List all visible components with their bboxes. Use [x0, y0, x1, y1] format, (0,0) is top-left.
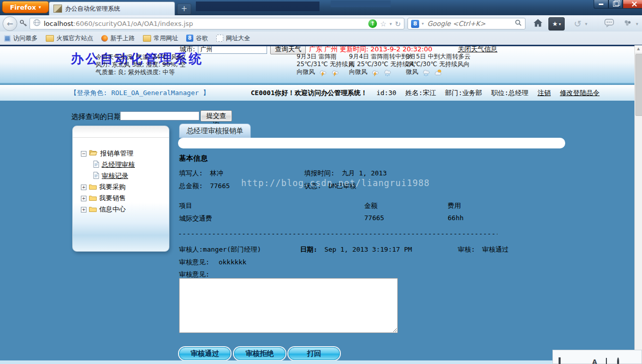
- sync-icon[interactable]: ↺: [574, 18, 581, 29]
- approve-button[interactable]: 审核通过: [179, 347, 230, 360]
- user-position: 职位:总经理: [491, 88, 529, 98]
- rain-icon: [421, 68, 430, 79]
- rectangle-tool-icon[interactable]: [556, 358, 563, 364]
- addon-icon[interactable]: [624, 19, 632, 29]
- redacted-block: [196, 2, 319, 11]
- chevron-down-icon[interactable]: ▾: [636, 21, 638, 26]
- search-box[interactable]: 8 ▾: [407, 18, 526, 29]
- sidebar-item-label[interactable]: 审核记录: [102, 171, 128, 180]
- search-input[interactable]: [426, 19, 512, 28]
- table-cell-fee: 66hh: [448, 214, 463, 222]
- sidebar-node-label[interactable]: 信息中心: [99, 205, 126, 214]
- bookmark-star-icon[interactable]: ☆: [380, 20, 387, 27]
- bookmark-url-collection[interactable]: 网址大全: [216, 34, 250, 43]
- bookmark-most-visited[interactable]: 访问最多: [4, 34, 38, 43]
- expand-icon[interactable]: +: [81, 185, 86, 190]
- chevron-down-icon[interactable]: ▾: [422, 20, 424, 27]
- bookmark-getting-started[interactable]: 新手上路: [101, 34, 135, 43]
- bookmark-common-sites[interactable]: 常用网址: [143, 34, 178, 43]
- chevron-down-icon[interactable]: ▾: [585, 21, 588, 26]
- forecast-temp: 雨 25℃/30℃ 无持续风: [349, 60, 415, 68]
- tab-active[interactable]: 办公自动化管理系统: [49, 2, 175, 15]
- writer-field: 填写人: 林冲: [179, 169, 223, 178]
- bookmarks-bar: 访问最多 火狐官方站点 新手上路 常用网址 8谷歌 网址大全: [0, 32, 642, 45]
- opinion-label: 审核意见:: [179, 258, 210, 266]
- welcome-text: CE0001你好！欢迎访问办公管理系统！: [251, 88, 367, 98]
- tab-favicon-icon: [53, 5, 62, 13]
- weather-current-line: 今日天气实况: 气温: 24℃; 风向/: [96, 53, 271, 61]
- filltime-field: 填报时间: 九月 1, 2013: [304, 169, 387, 178]
- sidebar-item-label[interactable]: 总经理审核: [102, 160, 135, 169]
- bookmark-label: 新手上路: [110, 34, 135, 43]
- sidebar-item-gm-audit[interactable]: 总经理审核: [93, 160, 135, 170]
- reload-icon[interactable]: ↻: [395, 20, 401, 27]
- line-tool-icon[interactable]: [579, 358, 587, 364]
- feedback-bubble-icon[interactable]: [604, 19, 614, 29]
- sidebar-node-sales[interactable]: + 我要销售: [81, 193, 126, 203]
- url-bar[interactable]: localhost:6060/scurityOA1/oA/OA1/indexs.…: [30, 18, 404, 29]
- home-icon[interactable]: [533, 18, 543, 29]
- scroll-up-icon[interactable]: ▲: [635, 45, 642, 53]
- change-password-link[interactable]: 修改登陆品令: [560, 88, 600, 98]
- auditor-value: manger(部门经理): [203, 246, 261, 253]
- tab-gm-audit-expense[interactable]: 总经理审核报销单: [179, 124, 251, 138]
- sidebar-node-label[interactable]: 我要采购: [99, 183, 126, 192]
- auditor-label: 审核人:: [179, 246, 203, 253]
- key-icon[interactable]: [19, 19, 27, 29]
- sidebar-node-label[interactable]: 我要销售: [99, 194, 126, 203]
- audit-value: 审核通过: [482, 246, 509, 253]
- text-tool-icon[interactable]: A: [591, 358, 598, 364]
- table-cell-amount: 77665: [364, 214, 384, 222]
- rain-icon: [383, 68, 392, 79]
- minimize-button[interactable]: [594, 0, 608, 9]
- sidebar-node-info-center[interactable]: + 信息中心: [81, 204, 126, 215]
- forecast-wind: 微风: [406, 68, 418, 76]
- page-scrollbar[interactable]: ▲: [634, 45, 642, 364]
- bookmark-label: 常用网址: [154, 34, 178, 43]
- submit-query-button[interactable]: 提交查询: [200, 110, 232, 122]
- circle-tool-icon[interactable]: [615, 358, 622, 364]
- sidebar-node-purchase[interactable]: + 我要采购: [81, 182, 126, 192]
- logout-link[interactable]: 注销: [538, 88, 551, 98]
- bookmark-firefox-official[interactable]: 火狐官方站点: [46, 34, 93, 43]
- sidebar-node-label[interactable]: 报销单管理: [100, 149, 133, 158]
- weather-current-line: 气质量: 良; 紫外线强度: 中等: [96, 69, 271, 76]
- pen-tool-icon[interactable]: [568, 358, 575, 364]
- bookmark-google[interactable]: 8谷歌: [186, 34, 208, 43]
- search-icon[interactable]: [515, 19, 522, 28]
- folder-icon: [46, 35, 54, 42]
- close-button[interactable]: [623, 0, 642, 9]
- sidebar-node-expense-mgmt[interactable]: − 报销单管理: [81, 148, 133, 159]
- collapse-icon[interactable]: −: [81, 151, 86, 157]
- firefox-icon: [101, 35, 108, 42]
- bookmark-label: 谷歌: [196, 34, 208, 43]
- sidebar-item-audit-records[interactable]: 审核记录: [93, 171, 128, 181]
- new-tab-button[interactable]: +: [177, 4, 191, 15]
- dashed-divider: ----------------------------------------…: [178, 230, 498, 238]
- reject-button[interactable]: 审核拒绝: [234, 347, 285, 360]
- date-query-input[interactable]: [120, 111, 199, 120]
- restore-icon: [613, 2, 619, 7]
- go-button[interactable]: ↑: [368, 19, 377, 28]
- expand-icon[interactable]: +: [81, 196, 86, 201]
- forecast-date: 9月5日 中到大雨转多云: [406, 53, 471, 60]
- return-button[interactable]: 打回: [288, 347, 340, 360]
- firefox-menu-button[interactable]: Firefox ▾: [2, 1, 49, 13]
- opinion-textarea[interactable]: [179, 278, 398, 333]
- thunderstorm-icon: [330, 68, 339, 79]
- bookmarks-menu-button[interactable]: ★ ▾: [548, 17, 565, 31]
- city-input[interactable]: [198, 46, 267, 54]
- document-icon: [93, 172, 99, 180]
- expand-icon[interactable]: +: [81, 207, 86, 213]
- scrollbar-thumb[interactable]: [635, 54, 642, 116]
- filltime-label: 填报时间:: [304, 169, 335, 177]
- back-button[interactable]: ←: [3, 16, 17, 31]
- restore-button[interactable]: [608, 0, 623, 9]
- chevron-down-icon: ▾: [559, 22, 561, 26]
- chevron-down-icon[interactable]: ▾: [390, 20, 392, 27]
- google-icon: 8: [411, 20, 419, 28]
- thunderstorm-icon: [370, 68, 380, 79]
- url-text[interactable]: localhost:6060/scurityOA1/oA/OA1/indexs.…: [44, 20, 365, 27]
- bookmark-label: 网址大全: [226, 34, 250, 43]
- grid-tool-icon[interactable]: [603, 358, 610, 364]
